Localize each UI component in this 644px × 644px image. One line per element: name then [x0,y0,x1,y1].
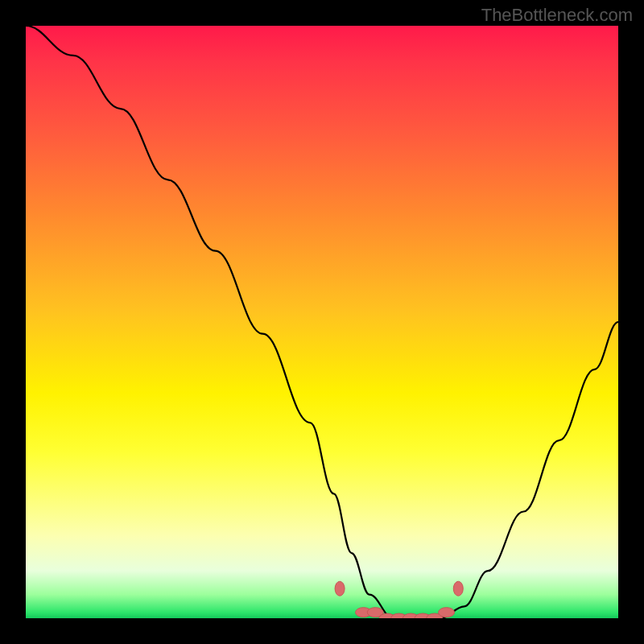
marker-dot [335,581,345,596]
marker-dot [453,581,463,596]
marker-dot [439,608,455,617]
bottom-markers [335,581,463,618]
attribution-text: TheBottleneck.com [481,5,633,26]
chart-svg [26,26,618,618]
plot-area [26,26,618,618]
bottleneck-curve [26,26,618,618]
